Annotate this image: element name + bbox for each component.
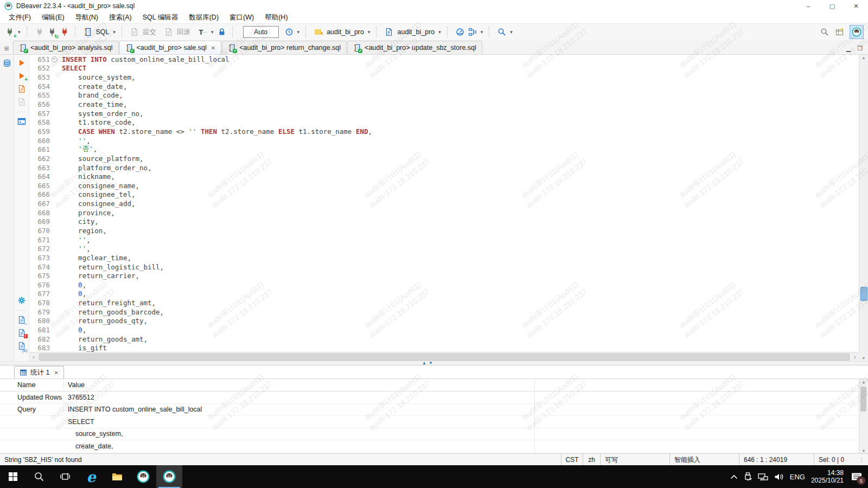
dashboard-icon[interactable]	[455, 27, 465, 37]
chevron-down-icon[interactable]: ▾	[296, 29, 301, 35]
sql-editor-icon[interactable]	[82, 27, 93, 37]
status-item[interactable]: CST	[561, 454, 583, 466]
maximize-editor-icon[interactable]: ❐	[857, 45, 863, 52]
export-result-icon[interactable]: →	[17, 315, 27, 325]
chevron-down-icon[interactable]: ▾	[112, 29, 117, 35]
connection-selector-icon[interactable]	[313, 27, 324, 37]
code-line[interactable]: 678 return_freight_amt,	[29, 298, 859, 307]
editor-tab[interactable]: ✓<audit_bi_pro> return_change.sql	[222, 41, 347, 54]
table-row[interactable]: source_system,	[0, 428, 859, 441]
database-navigator-icon[interactable]	[2, 58, 12, 69]
code-line[interactable]: 675 return_carrier,	[29, 271, 859, 280]
restore-editors-icon[interactable]: ⊞	[0, 42, 13, 54]
schema-selector-icon[interactable]	[384, 27, 394, 37]
file-explorer-icon[interactable]	[104, 465, 130, 488]
chevron-down-icon[interactable]: ▾	[367, 29, 372, 35]
menu-item[interactable]: 文件(F)	[3, 12, 36, 23]
input-language[interactable]: ENG	[790, 473, 805, 481]
scrollbar-thumb[interactable]	[860, 287, 867, 301]
code-line[interactable]: 664 nickname,	[29, 172, 859, 181]
menu-item[interactable]: 搜索(A)	[104, 12, 137, 23]
table-row[interactable]: create_date,	[0, 440, 859, 453]
rollback-label[interactable]: 回滚	[176, 28, 192, 37]
close-icon[interactable]: ✕	[210, 45, 215, 51]
rollback-icon[interactable]	[163, 27, 174, 37]
status-item[interactable]: Sel: 0 | 0	[814, 454, 855, 466]
dbeaver-taskbar-icon-active[interactable]	[156, 465, 182, 488]
usb-device-icon[interactable]	[744, 472, 752, 481]
code-line[interactable]: 655 brand_code,	[29, 91, 859, 100]
history-icon[interactable]	[284, 27, 295, 37]
action-center-icon[interactable]: 5	[850, 470, 864, 484]
connect-icon[interactable]: +	[4, 27, 15, 37]
explain-plan-icon[interactable]	[467, 27, 478, 37]
script-icon[interactable]	[17, 97, 27, 107]
scroll-up-icon[interactable]: ▲	[859, 56, 868, 60]
code-line[interactable]: 671 '',	[29, 235, 859, 245]
settings-gear-icon[interactable]	[17, 296, 27, 305]
search-icon[interactable]	[819, 27, 830, 37]
panel-vertical-scrollbar[interactable]: ▲ ▼	[859, 379, 868, 454]
internet-explorer-icon[interactable]: e	[78, 465, 104, 488]
fold-marker-icon[interactable]: −	[52, 56, 58, 62]
scroll-right-icon[interactable]: ›	[851, 354, 859, 360]
status-item[interactable]: 智能插入	[669, 454, 739, 466]
dbeaver-taskbar-icon[interactable]	[130, 465, 156, 488]
scroll-left-icon[interactable]: ‹	[29, 354, 38, 360]
code-line[interactable]: 666 consignee_tel,	[29, 190, 859, 200]
scroll-up-icon[interactable]: ▲	[859, 380, 868, 384]
chevron-down-icon[interactable]: ▾	[509, 29, 514, 35]
user-avatar[interactable]	[850, 25, 864, 39]
status-item[interactable]: 可写	[600, 454, 669, 466]
scrollbar-thumb[interactable]	[860, 387, 866, 412]
code-line[interactable]: 674 return_logistic_bill,	[29, 262, 859, 272]
commit-mode-combo[interactable]: Auto	[243, 26, 279, 38]
code-line[interactable]: 677 0,	[29, 290, 859, 299]
overflow-icon[interactable]: ⋮	[855, 457, 868, 464]
editor-tab[interactable]: ✓<audit_bi_pro> update_sbz_store.sql	[347, 41, 482, 54]
abort-connection-icon[interactable]	[59, 27, 70, 37]
menu-item[interactable]: SQL 编辑器	[137, 12, 184, 23]
code-line[interactable]: 683 is_gift	[29, 344, 859, 353]
save-file-alert-icon[interactable]: !	[17, 328, 27, 338]
code-line[interactable]: 653 source_system,	[29, 73, 859, 82]
scroll-down-icon[interactable]: ▼	[859, 356, 868, 360]
close-icon[interactable]: ✕	[53, 370, 58, 376]
code-line[interactable]: 663 platform_order_no,	[29, 163, 859, 172]
editor-tab[interactable]: ✓<audit_bi_pro> analysis.sql	[13, 41, 119, 54]
transaction-mode-icon[interactable]: T⋯	[197, 27, 208, 37]
scroll-down-icon[interactable]: ▼	[859, 449, 868, 453]
lock-icon[interactable]	[216, 27, 227, 37]
editor-tab[interactable]: ✓<audit_bi_pro> sale.sql✕	[119, 41, 222, 54]
menu-item[interactable]: 导航(N)	[70, 12, 104, 23]
status-item[interactable]: zh	[583, 454, 600, 466]
execute-new-tab-icon[interactable]: +	[17, 71, 27, 81]
execute-statement-icon[interactable]	[17, 58, 27, 68]
code-line[interactable]: 656 create_time,	[29, 100, 859, 109]
menu-item[interactable]: 编辑(E)	[36, 12, 70, 23]
perspective-icon[interactable]	[834, 27, 845, 37]
table-row[interactable]: Updated Rows3765512	[0, 391, 859, 404]
column-header-value[interactable]: Value	[64, 381, 85, 389]
code-line[interactable]: 668 province,	[29, 208, 859, 217]
code-line[interactable]: 670 region,	[29, 226, 859, 235]
tab-statistics[interactable]: 统计 1 ✕	[14, 366, 64, 378]
close-button[interactable]: ✕	[844, 0, 868, 12]
editor-vertical-scrollbar[interactable]: ▲ ▼	[859, 55, 868, 361]
chevron-down-icon[interactable]: ▾	[210, 29, 215, 35]
connection-selector-label[interactable]: audit_bi_pro	[326, 28, 365, 36]
code-line[interactable]: 679 return_goods_barcode,	[29, 307, 859, 317]
code-line[interactable]: 651−INSERT INTO custom_online_sale_bill_…	[29, 55, 859, 64]
execute-script-icon[interactable]	[17, 84, 27, 94]
code-line[interactable]: 657 system_order_no,	[29, 109, 859, 118]
editor-horizontal-scrollbar[interactable]: ‹ ›	[29, 352, 859, 361]
table-row[interactable]: SELECT	[0, 416, 859, 428]
code-line[interactable]: 669 city,	[29, 217, 859, 227]
terminal-icon[interactable]	[17, 117, 27, 126]
reconnect-icon[interactable]: ↻	[47, 27, 58, 37]
code-line[interactable]: 660 '',	[29, 136, 859, 145]
commit-label[interactable]: 提交	[142, 28, 157, 37]
table-row[interactable]: QueryINSERT INTO custom_online_sale_bill…	[0, 404, 859, 416]
chevron-down-icon[interactable]: ▾	[437, 29, 442, 35]
minimize-editor-icon[interactable]: ▁	[846, 45, 851, 52]
